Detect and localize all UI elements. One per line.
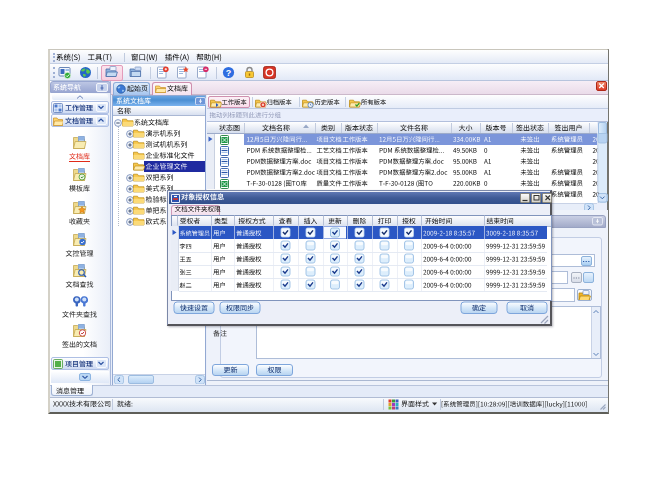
svg-text:?: ?	[226, 68, 232, 78]
